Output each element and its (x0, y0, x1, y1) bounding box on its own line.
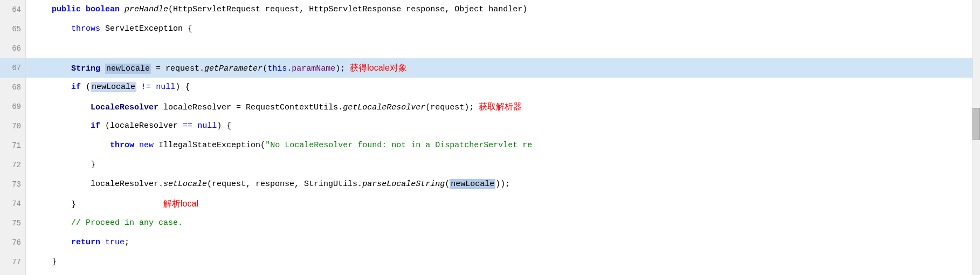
return-true: true; (105, 238, 129, 247)
code-line-69: LocaleResolver localeResolver = RequestC… (26, 97, 980, 116)
closing-brace-72: } (91, 160, 95, 169)
kw-public: public (52, 5, 81, 14)
kw-boolean: boolean (86, 5, 120, 14)
throw-code: new IllegalStateException("No LocaleReso… (139, 141, 532, 150)
scrollbar-thumb[interactable] (972, 108, 980, 140)
code-line-64: public boolean preHandle(HttpServletRequ… (26, 0, 980, 19)
code-line-65: throws ServletException { (26, 19, 980, 39)
kw-if68: if (71, 82, 81, 92)
code-line-78 (26, 272, 980, 275)
line69-code: localeResolver = RequestContextUtils.get… (163, 103, 479, 112)
code-line-70: if (localeResolver == null) { (26, 116, 980, 136)
line-num-73: 73 (0, 175, 25, 194)
code-line-74: } 解析local (26, 194, 980, 214)
line-num-65: 65 (0, 19, 25, 39)
line-num-69: 69 (0, 97, 25, 116)
code-content: public boolean preHandle(HttpServletRequ… (26, 0, 980, 275)
scrollbar[interactable] (972, 0, 980, 275)
line-num-78: 78 (0, 272, 25, 275)
closing-brace-74: } (71, 200, 76, 209)
annotation-line74: 解析local (163, 199, 198, 208)
type-string: String (71, 64, 100, 73)
comment-line75: // Proceed in any case. (71, 218, 183, 228)
code-line-66 (26, 39, 980, 58)
code-line-71: throw new IllegalStateException("No Loca… (26, 136, 980, 155)
line-num-77: 77 (0, 252, 25, 272)
line73-code: localeResolver.setLocale(request, respon… (91, 179, 510, 189)
code-line-76: return true; (26, 233, 980, 252)
line-num-67: 67 (0, 58, 25, 78)
line-num-70: 70 (0, 116, 25, 136)
line-num-75: 75 (0, 214, 25, 233)
code-line-77: } (26, 252, 980, 272)
closing-brace-77: } (52, 257, 57, 266)
var-newlocale: newLocale = request.getParameter(this.pa… (105, 64, 350, 74)
type-locale-resolver: LocaleResolver (91, 103, 158, 112)
condition-70: (localeResolver == null) { (105, 121, 231, 130)
code-line-73: localeResolver.setLocale(request, respon… (26, 175, 980, 194)
kw-if70: if (91, 121, 100, 130)
line-num-66: 66 (0, 39, 25, 58)
line-num-68: 68 (0, 78, 25, 97)
code-line-67: String newLocale = request.getParameter(… (26, 58, 980, 78)
annotation-line67: 获得locale对象 (350, 63, 407, 72)
exception-type: ServletException { (105, 24, 192, 33)
code-line-75: // Proceed in any case. (26, 214, 980, 233)
line-num-74: 74 (0, 194, 25, 214)
line-num-71: 71 (0, 136, 25, 155)
code-line-68: if (newLocale != null) { (26, 78, 980, 97)
line-num-76: 76 (0, 233, 25, 252)
kw-throw: throw (110, 141, 134, 150)
line-num-64: 64 (0, 0, 25, 19)
method-name: preHandle(HttpServletRequest request, Ht… (125, 5, 527, 14)
line-numbers: 64 65 66 67 68 69 70 71 72 73 74 75 76 7… (0, 0, 26, 275)
annotation-line69: 获取解析器 (479, 102, 522, 111)
condition-68: (newLocale != null) { (86, 82, 190, 92)
line-num-72: 72 (0, 155, 25, 175)
code-line-72: } (26, 155, 980, 175)
kw-return: return (71, 238, 100, 247)
code-editor: 64 65 66 67 68 69 70 71 72 73 74 75 76 7… (0, 0, 980, 275)
kw-throws: throws (71, 24, 100, 33)
